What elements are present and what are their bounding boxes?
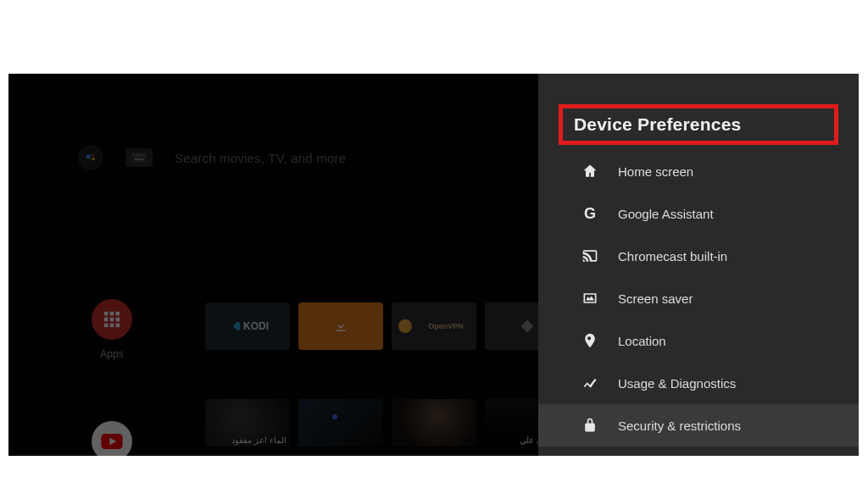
content-thumb-2[interactable] [298,399,383,446]
svg-rect-12 [110,312,114,316]
keyboard-icon[interactable] [125,148,153,167]
settings-item-label: Home screen [618,164,693,179]
svg-rect-4 [131,152,147,163]
svg-point-3 [90,159,92,161]
svg-rect-9 [143,154,145,156]
cast-icon [581,247,599,265]
settings-title: Device Preferences [574,114,823,135]
search-row: Search movies, TV, and more [78,145,346,170]
content-thumb-1[interactable]: الماء اعز مفقود [205,399,290,446]
home-screen-background: Search movies, TV, and more Apps YouTube [8,74,551,456]
settings-item-security[interactable]: Security & restrictions [538,404,859,446]
svg-rect-5 [133,154,135,156]
settings-title-container: Device Preferences [559,104,838,145]
settings-item-label: Security & restrictions [618,419,741,433]
app-tiles-row: KODI OpenVPN [205,302,570,350]
svg-rect-13 [116,312,120,316]
content-thumbs-row: الماء اعز مفقود اللهوجي مصطفى علي [205,399,570,446]
svg-rect-8 [141,154,142,156]
settings-item-screen-saver[interactable]: Screen saver [538,277,859,319]
g-letter-icon: G [581,204,599,223]
svg-rect-10 [135,159,144,161]
tv-viewport: Search movies, TV, and more Apps YouTube [8,74,859,456]
settings-panel: Device Preferences Home screen G Google … [538,74,859,456]
settings-item-google-assistant[interactable]: G Google Assistant [538,192,859,235]
kodi-label: KODI [243,320,269,332]
apps-launcher-label: Apps [100,348,123,360]
settings-item-home-screen[interactable]: Home screen [538,150,859,192]
settings-item-label: Chromecast built-in [618,249,727,263]
lock-icon [581,416,599,435]
svg-rect-7 [138,154,140,156]
content-thumb-3[interactable] [392,399,476,446]
svg-rect-6 [136,154,137,156]
svg-point-2 [92,158,95,160]
settings-item-usage-diagnostics[interactable]: Usage & Diagnostics [538,362,859,404]
svg-point-1 [92,154,94,157]
settings-item-label: Location [618,334,666,348]
analytics-icon [581,374,599,392]
location-icon [581,331,599,350]
home-icon [581,162,599,180]
content-thumb-1-caption: الماء اعز مفقود [209,435,287,445]
app-tile-kodi[interactable]: KODI [205,302,290,350]
search-placeholder[interactable]: Search movies, TV, and more [175,151,346,165]
youtube-launcher[interactable]: YouTube [92,421,132,456]
settings-item-label: Screen saver [618,291,693,306]
svg-rect-19 [116,324,120,328]
svg-rect-11 [104,312,108,316]
app-tile-downloader[interactable] [298,302,383,350]
svg-rect-16 [116,318,120,322]
youtube-icon [92,421,132,456]
openvpn-label: OpenVPN [428,322,464,330]
svg-rect-18 [110,324,114,328]
settings-item-label: Usage & Diagnostics [618,376,736,391]
kodi-icon: KODI [226,319,269,333]
apps-launcher[interactable]: Apps [92,299,132,360]
settings-list: Home screen G Google Assistant Chromecas… [538,150,859,446]
svg-rect-14 [104,318,108,322]
settings-item-chromecast[interactable]: Chromecast built-in [538,235,859,277]
settings-item-label: Google Assistant [618,207,714,221]
home-side-launchers: Apps YouTube [86,299,137,456]
download-icon [333,319,348,334]
settings-item-location[interactable]: Location [538,319,859,362]
assistant-icon[interactable] [78,145,103,170]
apps-icon [92,299,132,340]
svg-rect-15 [110,318,114,322]
diamond-icon [520,319,535,334]
svg-point-0 [86,154,91,158]
svg-rect-22 [233,321,240,330]
app-tile-openvpn[interactable]: OpenVPN [392,302,476,350]
screensaver-icon [581,289,599,308]
svg-rect-17 [104,324,108,328]
